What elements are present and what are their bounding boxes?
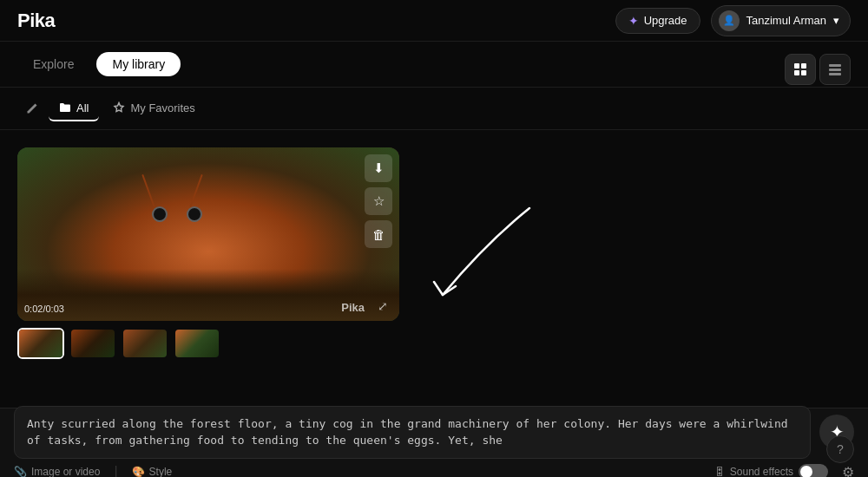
svg-rect-4 xyxy=(829,64,841,67)
svg-rect-5 xyxy=(829,69,841,71)
adjust-icon[interactable]: ⚙ xyxy=(842,464,854,478)
bottom-controls: 📎 Image or video | 🎨 Style 🎛 Sound effec… xyxy=(0,459,868,478)
svg-rect-0 xyxy=(794,63,799,69)
thumb-preview-2 xyxy=(71,330,115,357)
avatar: 👤 xyxy=(719,10,740,31)
style-label: Style xyxy=(149,466,173,477)
style-icon: 🎨 xyxy=(132,466,145,477)
sub-tab-favorites-label: My Favorites xyxy=(130,101,194,114)
thumbnail-2[interactable] xyxy=(69,328,116,359)
tab-my-library[interactable]: My library xyxy=(96,52,181,76)
sub-tabs: All My Favorites xyxy=(0,88,868,130)
sound-effects-icon: 🎛 xyxy=(714,466,725,477)
delete-button[interactable]: 🗑 xyxy=(365,220,392,248)
app-logo: Pika xyxy=(17,10,55,32)
upgrade-button[interactable]: ✦ Upgrade xyxy=(615,8,700,34)
thumbnail-4[interactable] xyxy=(174,328,220,359)
thumbnail-3[interactable] xyxy=(122,328,168,359)
help-button[interactable]: ? xyxy=(826,435,854,463)
grid-icon xyxy=(793,62,807,76)
sub-tab-all[interactable]: All xyxy=(49,96,99,121)
folder-icon xyxy=(59,101,71,114)
video-thumbnail: Pika 0:02/0:03 ⤢ xyxy=(17,147,399,321)
upgrade-label: Upgrade xyxy=(644,14,687,27)
view-toggle xyxy=(785,54,851,85)
thumb-preview-3 xyxy=(123,330,167,357)
question-mark-icon: ? xyxy=(837,442,844,456)
sound-toggle[interactable] xyxy=(799,464,828,477)
header-right: ✦ Upgrade 👤 Tanzimul Arman ▾ xyxy=(615,5,851,36)
user-menu-button[interactable]: 👤 Tanzimul Arman ▾ xyxy=(711,5,851,36)
chevron-down-icon: ▾ xyxy=(833,14,839,27)
list-view-button[interactable] xyxy=(819,54,851,85)
star-icon xyxy=(113,101,125,114)
thumb-preview-1 xyxy=(19,330,62,357)
tab-explore[interactable]: Explore xyxy=(17,52,89,76)
list-icon xyxy=(828,62,842,76)
edit-icon-button[interactable] xyxy=(17,95,45,122)
attachment-icon: 📎 xyxy=(14,466,27,477)
sub-tab-all-label: All xyxy=(76,101,89,114)
style-control[interactable]: 🎨 Style xyxy=(132,466,173,477)
nav-tabs: Explore My library xyxy=(0,42,868,88)
spark-icon: ✦ xyxy=(628,14,639,28)
thumbnail-1[interactable] xyxy=(17,328,64,359)
user-name: Tanzimul Arman xyxy=(746,14,826,27)
divider-1: | xyxy=(114,464,117,477)
prompt-input[interactable]: Anty scurried along the forest floor, a … xyxy=(14,406,811,459)
video-card: Pika 0:02/0:03 ⤢ ⬇ ☆ 🗑 xyxy=(17,147,399,395)
sub-tab-favorites[interactable]: My Favorites xyxy=(102,96,205,121)
thumbnails-strip xyxy=(17,328,399,359)
download-button[interactable]: ⬇ xyxy=(365,154,392,182)
image-video-control[interactable]: 📎 Image or video xyxy=(14,466,100,477)
svg-rect-1 xyxy=(801,63,806,69)
text-input-row: Anty scurried along the forest floor, a … xyxy=(0,406,868,459)
favorite-button[interactable]: ☆ xyxy=(365,187,392,215)
svg-rect-3 xyxy=(801,70,806,75)
main-content: Pika 0:02/0:03 ⤢ ⬇ ☆ 🗑 xyxy=(0,130,868,412)
sound-effects-control: 🎛 Sound effects xyxy=(714,464,828,477)
video-time: 0:02/0:03 xyxy=(24,304,64,314)
toggle-thumb xyxy=(800,466,812,477)
bottom-area: Anty scurried along the forest floor, a … xyxy=(0,408,868,477)
svg-rect-6 xyxy=(829,73,841,75)
image-video-label: Image or video xyxy=(31,466,100,477)
ant-eye-right xyxy=(187,206,202,222)
thumb-preview-4 xyxy=(175,330,219,357)
svg-rect-2 xyxy=(794,70,799,75)
video-actions: ⬇ ☆ 🗑 xyxy=(365,154,392,248)
edit-icon xyxy=(25,102,38,115)
grid-view-button[interactable] xyxy=(785,54,816,85)
pika-watermark: Pika xyxy=(341,301,365,314)
sound-effects-label: Sound effects xyxy=(730,466,793,477)
avatar-icon: 👤 xyxy=(723,15,735,26)
ant-eye-left xyxy=(152,206,168,222)
expand-icon[interactable]: ⤢ xyxy=(373,297,392,316)
video-wrapper: Pika 0:02/0:03 ⤢ ⬇ ☆ 🗑 xyxy=(17,147,399,321)
header: Pika ✦ Upgrade 👤 Tanzimul Arman ▾ xyxy=(0,0,868,42)
